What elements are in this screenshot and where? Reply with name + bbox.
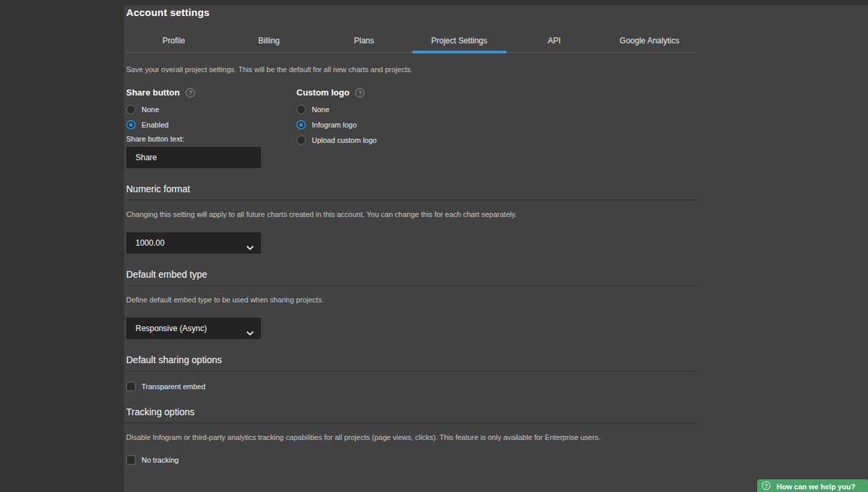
section-divider [126, 200, 697, 200]
radio-option-infogram-logo[interactable]: Infogram logo [296, 120, 377, 130]
share-button-text-input[interactable] [126, 147, 261, 168]
numeric-format-section: Numeric format Changing this setting wil… [126, 184, 697, 254]
tab-profile[interactable]: Profile [126, 29, 222, 52]
numeric-format-heading: Numeric format [126, 184, 697, 194]
tab-plans[interactable]: Plans [316, 29, 412, 52]
default-sharing-options-heading: Default sharing options [126, 354, 697, 365]
transparent-embed-checkbox[interactable]: Transparent embed [126, 382, 697, 391]
checkbox-label: No tracking [142, 456, 179, 464]
share-button-text-label: Share button text: [126, 135, 296, 144]
page-title: Account settings [126, 6, 697, 19]
radio-label: Enabled [142, 121, 168, 129]
default-embed-type-section: Default embed type Define default embed … [126, 269, 697, 339]
section-divider [126, 371, 697, 371]
custom-logo-heading: Custom logo [296, 87, 349, 98]
numeric-format-select[interactable]: 1000.00 [126, 232, 261, 254]
radio-label: None [312, 105, 329, 113]
tab-billing[interactable]: Billing [222, 29, 317, 52]
radio-option-upload-custom-logo[interactable]: Upload custom logo [296, 136, 377, 145]
tab-api[interactable]: API [507, 29, 602, 52]
custom-logo-group: Custom logo ? None Infogram logo Upload … [296, 87, 377, 168]
tab-project-settings[interactable]: Project Settings [412, 29, 507, 52]
radio-option-share-enabled[interactable]: Enabled [126, 120, 296, 130]
checkbox-box [126, 455, 136, 465]
tracking-options-description: Disable Infogram or third-party analytic… [126, 433, 697, 442]
tracking-options-section: Tracking options Disable Infogram or thi… [126, 407, 697, 465]
help-widget-label: How can we help you? [757, 483, 868, 491]
intro-text: Save your overall project settings. This… [126, 65, 697, 74]
radio-circle [296, 136, 306, 145]
numeric-format-selected-value: 1000.00 [136, 238, 164, 248]
default-embed-type-select[interactable]: Responsive (Async) [126, 318, 261, 339]
default-embed-type-selected-value: Responsive (Async) [136, 324, 207, 333]
radio-circle [126, 105, 136, 114]
radio-option-logo-none[interactable]: None [296, 105, 377, 114]
share-button-group: Share button ? None Enabled Share button… [126, 87, 296, 168]
radio-circle [296, 105, 306, 114]
checkbox-label: Transparent embed [142, 383, 206, 391]
radio-circle-selected [296, 120, 306, 130]
radio-label: Infogram logo [312, 121, 357, 129]
question-mark-icon: ? [762, 481, 771, 490]
no-tracking-checkbox[interactable]: No tracking [126, 455, 697, 465]
checkbox-box [126, 382, 136, 391]
tabbar: Profile Billing Plans Project Settings A… [126, 29, 697, 53]
help-widget-button[interactable]: ? How can we help you? [757, 479, 868, 492]
share-button-heading: Share button [126, 87, 180, 98]
chevron-down-icon [246, 241, 254, 253]
numeric-format-description: Changing this setting will apply to all … [126, 210, 697, 219]
default-sharing-options-section: Default sharing options Transparent embe… [126, 354, 697, 391]
help-icon[interactable]: ? [355, 88, 365, 97]
radio-circle-selected [126, 120, 136, 130]
tracking-options-heading: Tracking options [126, 407, 697, 417]
radio-label: Upload custom logo [312, 136, 377, 144]
help-icon[interactable]: ? [186, 88, 195, 97]
radio-option-share-none[interactable]: None [126, 105, 296, 114]
tab-google-analytics[interactable]: Google Analytics [602, 29, 698, 52]
section-divider [126, 285, 697, 286]
section-divider [126, 423, 697, 423]
default-embed-type-description: Define default embed type to be used whe… [126, 296, 697, 304]
chevron-down-icon [246, 326, 254, 338]
settings-panel: Account settings Profile Billing Plans P… [124, 5, 868, 492]
radio-label: None [142, 105, 159, 113]
default-embed-type-heading: Default embed type [126, 269, 697, 280]
